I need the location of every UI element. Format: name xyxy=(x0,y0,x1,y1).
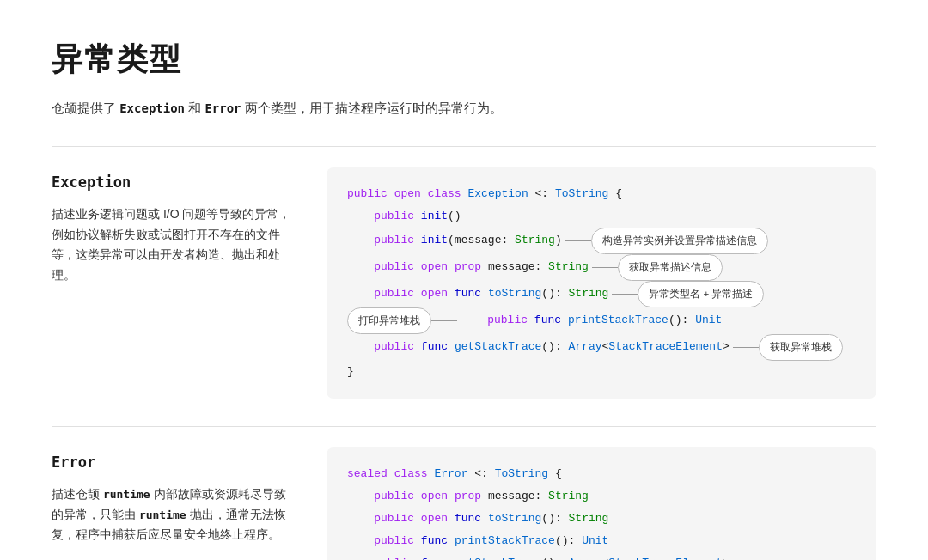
code-line-1: public open class Exception <: ToString … xyxy=(347,183,856,205)
exception-code-area: public open class Exception <: ToString … xyxy=(327,167,876,399)
error-line-3: public open func toString(): String xyxy=(347,508,856,530)
error-line-2: public open prop message: String xyxy=(347,485,856,508)
exception-section: Exception 描述业务逻辑问题或 I/O 问题等导致的异常，例如协议解析失… xyxy=(52,167,876,399)
exception-code-block: public open class Exception <: ToString … xyxy=(327,167,876,399)
divider-top xyxy=(52,146,876,147)
annotation-message: 获取异常描述信息 xyxy=(618,254,723,281)
error-desc: Error 描述仓颉 runtime 内部故障或资源耗尽导致的异常，只能由 ru… xyxy=(52,447,292,546)
annotation-tostring: 异常类型名 + 异常描述 xyxy=(638,281,764,307)
annotation-init-message: 构造异常实例并设置异常描述信息 xyxy=(591,228,768,254)
error-section: Error 描述仓颉 runtime 内部故障或资源耗尽导致的异常，只能由 ru… xyxy=(52,447,876,560)
exception-description: 描述业务逻辑问题或 I/O 问题等导致的异常，例如协议解析失败或试图打开不存在的… xyxy=(52,204,292,286)
exception-desc: Exception 描述业务逻辑问题或 I/O 问题等导致的异常，例如协议解析失… xyxy=(52,167,292,286)
error-code-block: sealed class Error <: ToString { public … xyxy=(327,447,876,560)
error-line-1: sealed class Error <: ToString { xyxy=(347,463,856,485)
code-line-3: public init(message: String) 构造异常实例并设置异常… xyxy=(347,228,856,254)
exception-heading: Exception xyxy=(52,171,292,194)
code-line-4: public open prop message: String 获取异常描述信… xyxy=(347,254,856,281)
connector-getstacktrace xyxy=(733,347,759,348)
intro-paragraph: 仓颉提供了 Exception 和 Error 两个类型，用于描述程序运行时的异… xyxy=(52,98,876,119)
code-line-2: public init() xyxy=(347,205,856,228)
page-title: 异常类型 xyxy=(52,34,876,84)
code-line-6: 打印异常堆栈 public func printStackTrace(): Un… xyxy=(347,307,856,334)
annotation-getstacktrace: 获取异常堆栈 xyxy=(759,334,843,361)
connector-message xyxy=(592,267,618,268)
error-line-5: public func getStackTrace(): Array<Stack… xyxy=(347,552,856,560)
code-line-7: public func getStackTrace(): Array<Stack… xyxy=(347,334,856,361)
connector-printstacktrace xyxy=(431,320,457,321)
error-line-4: public func printStackTrace(): Unit xyxy=(347,530,856,552)
annotation-printstacktrace: 打印异常堆栈 xyxy=(347,307,431,334)
connector-tostring xyxy=(612,294,638,295)
code-line-5: public open func toString(): String 异常类型… xyxy=(347,281,856,307)
error-code-area: sealed class Error <: ToString { public … xyxy=(327,447,876,560)
divider-middle xyxy=(52,426,876,427)
error-description: 描述仓颉 runtime 内部故障或资源耗尽导致的异常，只能由 runtime … xyxy=(52,484,292,545)
code-line-close-exception: } xyxy=(347,361,856,383)
error-heading: Error xyxy=(52,451,292,474)
connector-init-message xyxy=(565,240,591,241)
